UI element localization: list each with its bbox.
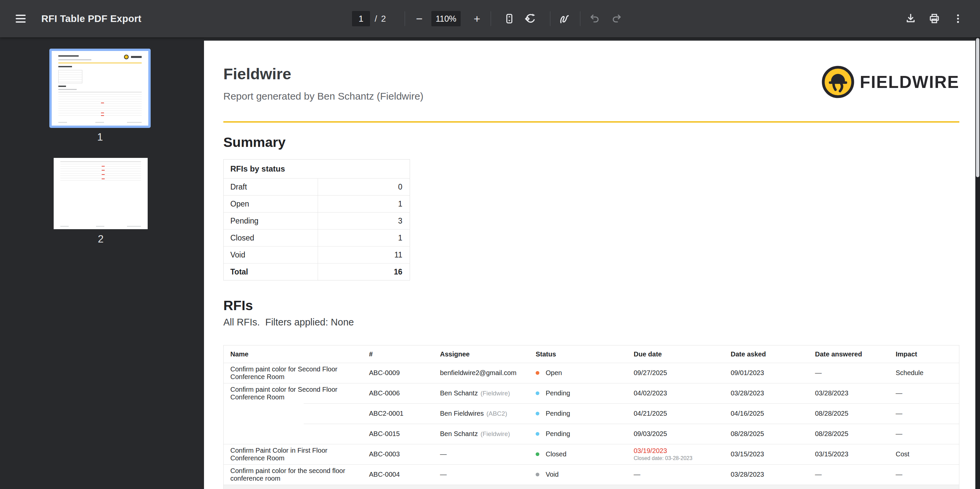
rfi-date-answered: —	[815, 464, 896, 485]
toolbar-separator	[405, 11, 405, 26]
rfi-closed-date-note: Closed date: 03-28-2023	[634, 456, 692, 461]
rfi-date-answered: 03/28/2023	[815, 383, 896, 403]
column-header: Due date	[634, 345, 731, 363]
summary-table-title: RFIs by status	[224, 160, 410, 178]
rfi-due-date: 04/21/2025	[634, 403, 731, 424]
toolbar-separator	[491, 11, 491, 26]
rfi-status: Pending	[536, 424, 634, 444]
thumbnail-2-label: 2	[54, 233, 148, 245]
zoom-out-button[interactable]: −	[410, 10, 428, 27]
column-header: Date asked	[731, 345, 815, 363]
summary-row: Closed1	[224, 229, 410, 246]
rfi-assignee: Ben Schantz(Fieldwire)	[440, 424, 536, 444]
zoom-level-input[interactable]: 110%	[431, 11, 461, 26]
printer-icon	[928, 13, 940, 25]
summary-status-label: Draft	[224, 179, 318, 195]
fieldwire-logo: FIELDWIRE	[821, 65, 959, 98]
plus-icon: +	[474, 12, 480, 25]
undo-button[interactable]	[586, 10, 603, 27]
thumbnail-page-1[interactable]	[49, 49, 151, 128]
rfi-assignee: benfieldwire2@gmail.com	[440, 363, 536, 383]
download-button[interactable]	[902, 10, 920, 27]
status-dot-icon	[536, 432, 539, 436]
rfi-impact: —	[896, 383, 959, 403]
rfi-status: Pending	[536, 403, 634, 424]
kebab-menu-icon	[952, 13, 964, 24]
rfi-date-asked: 03/28/2023	[731, 464, 815, 485]
download-icon	[905, 13, 917, 25]
rfi-status: Void	[536, 464, 634, 485]
pdf-toolbar: RFI Table PDF Export 1 / 2 − 110% +	[0, 0, 980, 37]
rfis-table-header: Name#AssigneeStatusDue dateDate askedDat…	[224, 345, 959, 363]
rfi-date-asked: 08/28/2025	[731, 424, 815, 444]
minus-icon: −	[416, 12, 423, 25]
rfi-row: ABC-0015Ben Schantz(Fieldwire)Pending09/…	[224, 424, 959, 444]
undo-arrow-icon	[589, 13, 600, 24]
summary-table-body: Draft0Open1Pending3Closed1Void11Total16	[224, 178, 410, 280]
zoom-in-button[interactable]: +	[468, 10, 486, 27]
document-title: RFI Table PDF Export	[41, 0, 142, 37]
column-header: Impact	[896, 345, 959, 363]
report-title: Fieldwire	[223, 65, 291, 83]
summary-status-count: 3	[318, 213, 410, 229]
status-dot-icon	[536, 452, 539, 456]
rotate-button[interactable]	[522, 10, 539, 27]
thumbnail-page-2[interactable]	[54, 158, 148, 229]
summary-row: Pending3	[224, 212, 410, 229]
rfi-status: Open	[536, 363, 634, 383]
rfi-row: Confirm paint color for Second Floor Con…	[224, 363, 959, 383]
column-header: #	[369, 345, 440, 363]
fit-to-page-icon	[503, 13, 515, 25]
pdf-viewer-window: RFI Table PDF Export 1 / 2 − 110% +	[0, 0, 980, 489]
scrollbar-thumb[interactable]	[976, 38, 979, 177]
rfis-heading: RFIs	[223, 298, 253, 313]
page-number-input[interactable]: 1	[352, 11, 370, 26]
summary-status-count: 1	[318, 230, 410, 246]
menu-button[interactable]	[12, 10, 29, 27]
rfi-assignee-org: (Fieldwire)	[480, 430, 510, 438]
rfi-name: Confirm paint color for the second floor…	[224, 464, 369, 485]
rfi-due-date: —	[634, 464, 731, 485]
rfi-status: Pending	[536, 383, 634, 403]
rfi-date-asked: 04/16/2025	[731, 403, 815, 424]
summary-status-label: Total	[224, 264, 318, 280]
annotate-button[interactable]	[556, 10, 573, 27]
page-count: / 2	[375, 0, 386, 37]
thumbnail-2-preview	[54, 158, 148, 229]
pdf-page-1: Fieldwire Report generated by Ben Schant…	[204, 41, 976, 489]
redo-arrow-icon	[611, 13, 622, 24]
rfi-status: Closed	[536, 444, 634, 464]
report-subtitle: Report generated by Ben Schantz (Fieldwi…	[223, 90, 423, 102]
summary-status-label: Open	[224, 195, 318, 212]
rfi-impact: Cost	[896, 444, 959, 464]
column-header: Date answered	[815, 345, 896, 363]
status-dot-icon	[536, 412, 539, 415]
rfi-name	[224, 403, 369, 424]
summary-row: Void11	[224, 246, 410, 263]
thumbnail-1-preview	[52, 51, 148, 125]
print-button[interactable]	[926, 10, 943, 27]
rfi-assignee: Ben Fieldwires(ABC2)	[440, 403, 536, 424]
rfi-impact: —	[896, 464, 959, 485]
more-options-button[interactable]	[949, 10, 967, 27]
redo-button[interactable]	[608, 10, 625, 27]
thumbnail-sidebar: 1 2	[0, 37, 204, 489]
rfi-due-date: 04/02/2023	[634, 383, 731, 403]
summary-row: Draft0	[224, 178, 410, 195]
status-dot-icon	[536, 371, 539, 375]
rfi-due-date: 03/19/2023Closed date: 03-28-2023	[634, 444, 731, 464]
rfi-impact: —	[896, 424, 959, 444]
summary-row: Total16	[224, 263, 410, 280]
fit-to-page-button[interactable]	[501, 10, 518, 27]
page-divider: /	[375, 14, 377, 24]
rfi-name: Confirm Paint Color in First Floor Confe…	[224, 444, 369, 464]
rfis-filter-line: All RFIs. Filters applied: None	[223, 317, 354, 328]
rfi-assignee: —	[440, 444, 536, 464]
rfi-number: ABC-0004	[369, 464, 440, 485]
summary-status-count: 16	[318, 264, 410, 280]
rfi-due-date: 09/03/2025	[634, 424, 731, 444]
column-header: Assignee	[440, 345, 536, 363]
rfi-name: Confirm paint color for Second Floor Con…	[224, 383, 369, 403]
rfi-name: Confirm paint color for Second Floor Con…	[224, 363, 369, 383]
fieldwire-wordmark: FIELDWIRE	[860, 72, 959, 92]
